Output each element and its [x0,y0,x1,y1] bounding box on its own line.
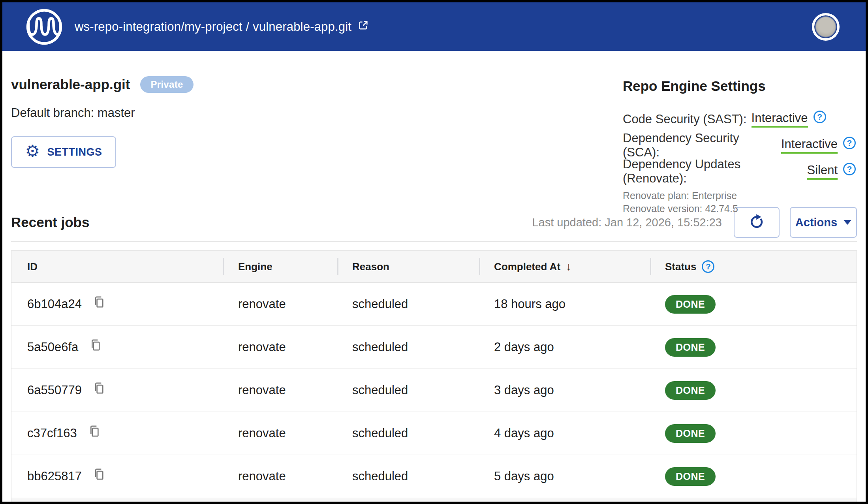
gear-icon: ⚙ [25,143,40,160]
top-navigation-bar: ws-repo-integration/my-project / vulnera… [2,2,866,51]
renovate-plan-label: Renovate plan: Enterprise [623,189,856,202]
visibility-badge: Private [140,76,193,93]
help-icon[interactable]: ? [702,260,714,273]
status-badge: DONE [665,295,716,314]
status-badge: DONE [665,338,716,357]
job-reason: scheduled [337,340,479,354]
job-reason: scheduled [337,297,479,311]
caret-down-icon [844,220,851,225]
table-footer-strip [11,498,857,504]
table-row[interactable]: 5a50e6fa renovate scheduled 2 days ago D… [11,326,857,369]
column-header-status: Status ? [650,251,857,282]
settings-button[interactable]: ⚙ SETTINGS [11,136,116,168]
copy-icon[interactable] [93,295,105,312]
renovate-version-label: Renovate version: 42.74.5 [623,202,856,215]
job-completed-at: 2 days ago [479,340,650,354]
job-reason: scheduled [337,383,479,397]
help-icon[interactable]: ? [843,163,856,175]
engine-setting-sca: Dependency Security (SCA): Interactive ? [623,137,856,154]
job-reason: scheduled [337,426,479,440]
brand-logo-icon[interactable] [25,8,64,46]
job-engine: renovate [223,340,337,354]
copy-icon[interactable] [89,338,102,355]
copy-icon[interactable] [93,467,105,484]
main-content: vulnerable-app.git Private Default branc… [2,51,866,504]
job-id: c37cf163 [27,426,77,440]
setting-label: Dependency Updates (Renovate): [623,157,802,186]
table-row[interactable]: c37cf163 renovate scheduled 4 days ago D… [11,412,857,455]
setting-value-link[interactable]: Silent [807,163,838,180]
sort-descending-icon[interactable]: ↓ [566,260,571,273]
settings-button-label: SETTINGS [47,146,102,158]
repo-engine-settings-panel: Repo Engine Settings Code Security (SAST… [623,77,856,215]
job-completed-at: 5 days ago [479,469,650,483]
copy-icon[interactable] [88,424,101,441]
help-icon[interactable]: ? [814,111,826,123]
status-badge: DONE [665,381,716,400]
breadcrumb-text: ws-repo-integration/my-project / vulnera… [75,20,351,34]
repo-name: vulnerable-app.git [11,75,130,94]
actions-button-label: Actions [795,216,837,229]
help-icon[interactable]: ? [843,137,856,149]
section-divider [11,241,857,242]
table-row[interactable]: 6a550779 renovate scheduled 3 days ago D… [11,369,857,412]
job-completed-at: 18 hours ago [479,297,650,311]
jobs-table-header: ID Engine Reason Completed At ↓ Status ? [11,251,857,283]
column-header-engine: Engine [223,251,337,282]
refresh-icon [748,213,765,232]
user-avatar[interactable] [812,13,840,41]
last-updated-label: Last updated: Jan 12, 2026, 15:52:23 [532,216,722,229]
column-header-id: ID [11,251,223,282]
setting-value-link[interactable]: Interactive [781,137,838,154]
column-header-completed-at[interactable]: Completed At ↓ [479,251,650,282]
status-badge: DONE [665,424,716,443]
recent-jobs-title: Recent jobs [11,214,89,230]
setting-label: Code Security (SAST): [623,112,747,126]
job-id: 6b104a24 [27,297,82,311]
engine-setting-renovate: Dependency Updates (Renovate): Silent ? [623,163,856,180]
job-completed-at: 4 days ago [479,426,650,440]
setting-value-link[interactable]: Interactive [752,111,808,128]
job-engine: renovate [223,383,337,397]
status-badge: DONE [665,467,716,486]
external-link-icon[interactable] [358,20,369,34]
job-id: 5a50e6fa [27,340,78,354]
table-row[interactable]: bb625817 renovate scheduled 5 days ago D… [11,455,857,498]
table-row[interactable]: 6b104a24 renovate scheduled 18 hours ago… [11,283,857,326]
setting-label: Dependency Security (SCA): [623,131,776,160]
job-id: 6a550779 [27,383,82,397]
job-id: bb625817 [27,469,82,483]
job-completed-at: 3 days ago [479,383,650,397]
engine-settings-title: Repo Engine Settings [623,77,856,95]
job-engine: renovate [223,426,337,440]
engine-setting-sast: Code Security (SAST): Interactive ? [623,111,856,128]
app-window: ws-repo-integration/my-project / vulnera… [0,0,868,504]
job-engine: renovate [223,469,337,483]
breadcrumb[interactable]: ws-repo-integration/my-project / vulnera… [75,20,369,34]
column-header-reason: Reason [337,251,479,282]
copy-icon[interactable] [93,381,105,398]
job-engine: renovate [223,297,337,311]
jobs-table: ID Engine Reason Completed At ↓ Status ? [11,250,857,504]
job-reason: scheduled [337,469,479,483]
